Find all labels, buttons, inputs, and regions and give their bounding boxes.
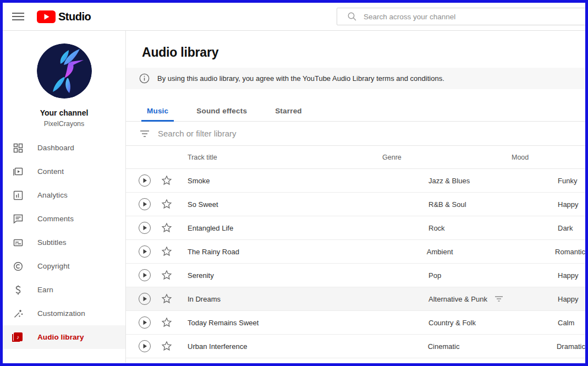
library-filter-bar[interactable] [126, 122, 585, 146]
track-genre: Rock [428, 224, 445, 232]
topbar: Studio [3, 3, 585, 31]
star-button[interactable] [161, 341, 172, 352]
star-button[interactable] [161, 175, 172, 186]
youtube-play-icon [36, 10, 56, 24]
star-button[interactable] [161, 317, 172, 328]
sidebar-item-comments[interactable]: Comments [3, 207, 125, 231]
sidebar-item-audio-library[interactable]: ♪ Audio library [3, 325, 125, 349]
star-button[interactable] [161, 293, 172, 304]
track-mood: Happy [558, 295, 579, 303]
track-title: Smoke [188, 177, 428, 185]
track-mood: Happy [558, 271, 579, 280]
track-mood: Calm [558, 319, 574, 327]
screenshot-frame: Studio [0, 0, 588, 366]
content-icon [13, 167, 24, 177]
sidebar-item-label: Copyright [37, 262, 70, 270]
track-title: Serenity [188, 271, 428, 280]
tab-music[interactable]: Music [141, 102, 174, 121]
sidebar-item-label: Subtitles [37, 238, 67, 247]
track-title: The Rainy Road [188, 248, 427, 256]
sidebar-nav: Dashboard Content [3, 136, 125, 349]
track-mood: Funky [558, 177, 577, 185]
sidebar-item-customization[interactable]: Customization [3, 302, 125, 325]
library-tabs: Music Sound effects Starred [126, 102, 585, 122]
youtube-studio-logo[interactable]: Studio [36, 10, 91, 24]
table-header: Track title Genre Mood [126, 146, 585, 169]
play-button[interactable] [139, 340, 151, 352]
track-genre: Ambient [427, 248, 453, 256]
tab-sound-effects[interactable]: Sound effects [191, 102, 252, 121]
tab-starred[interactable]: Starred [270, 102, 307, 121]
table-row[interactable]: Entangled Life Rock Dark [126, 216, 585, 240]
subtitles-icon [13, 238, 24, 248]
play-button[interactable] [139, 293, 151, 305]
play-button[interactable] [139, 269, 151, 281]
play-button[interactable] [139, 245, 151, 258]
channel-label: Your channel [3, 108, 125, 117]
filter-icon [140, 130, 150, 138]
table-row[interactable]: So Sweet R&B & Soul Happy [126, 193, 585, 216]
sidebar-item-label: Customization [37, 309, 85, 318]
channel-section: Your channel PixelCrayons [3, 31, 125, 128]
sidebar-item-content[interactable]: Content [3, 160, 125, 183]
sidebar-item-label: Dashboard [37, 144, 74, 152]
page-title: Audio library [126, 31, 585, 60]
sidebar-item-label: Analytics [37, 191, 68, 199]
dashboard-icon [13, 143, 24, 153]
play-button[interactable] [139, 222, 151, 234]
play-button[interactable] [139, 174, 151, 187]
table-row[interactable]: Serenity Pop Happy [126, 264, 585, 287]
star-button[interactable] [161, 222, 172, 233]
play-button[interactable] [139, 316, 151, 329]
terms-banner: By using this audio library, you agree w… [126, 68, 585, 89]
star-button[interactable] [161, 199, 172, 210]
sidebar-item-label: Comments [37, 215, 74, 223]
audio-library-icon: ♪ [13, 332, 24, 342]
info-icon [139, 73, 150, 84]
sidebar-item-label: Earn [37, 286, 53, 294]
row-filter-icon[interactable] [494, 296, 503, 302]
sidebar: Your channel PixelCrayons Dashboard [3, 31, 126, 363]
track-genre: Pop [428, 271, 441, 280]
table-row[interactable]: The Rainy Road Ambient Romantic [126, 240, 585, 264]
star-button[interactable] [161, 246, 172, 257]
track-mood: Romantic [555, 248, 585, 256]
sidebar-item-label: Audio library [37, 333, 84, 341]
sidebar-item-dashboard[interactable]: Dashboard [3, 136, 125, 160]
copyright-icon [13, 261, 24, 271]
track-genre: Jazz & Blues [428, 177, 470, 185]
track-title: So Sweet [188, 200, 428, 209]
channel-search-box[interactable] [337, 8, 588, 25]
column-header-genre: Genre [382, 154, 512, 161]
channel-avatar[interactable] [37, 43, 92, 99]
hamburger-menu-icon[interactable] [12, 10, 24, 23]
sidebar-item-subtitles[interactable]: Subtitles [3, 231, 125, 254]
track-title: In Dreams [188, 295, 428, 303]
star-button[interactable] [161, 270, 172, 281]
track-title: Today Remains Sweet [188, 319, 428, 327]
column-header-mood: Mood [512, 154, 529, 161]
track-mood: Dark [558, 224, 573, 232]
sidebar-item-analytics[interactable]: Analytics [3, 183, 125, 207]
channel-name: PixelCrayons [3, 120, 125, 128]
table-row[interactable]: Urban Interference Cinematic Dramatic [126, 335, 585, 358]
hummingbird-logo [37, 43, 92, 99]
table-row[interactable]: Smoke Jazz & Blues Funky [126, 169, 585, 193]
library-filter-input[interactable] [158, 129, 585, 138]
play-button[interactable] [139, 198, 151, 210]
track-genre: R&B & Soul [428, 200, 466, 209]
sidebar-item-earn[interactable]: Earn [3, 278, 125, 302]
track-mood: Happy [558, 200, 579, 209]
table-row-highlighted[interactable]: In Dreams Alternative & Punk Happy [126, 287, 585, 311]
track-genre: Cinematic [428, 342, 460, 351]
sidebar-item-label: Content [37, 167, 64, 176]
analytics-icon [13, 190, 24, 200]
brand-text: Studio [58, 10, 91, 23]
track-mood: Dramatic [557, 342, 585, 351]
sidebar-item-copyright[interactable]: Copyright [3, 254, 125, 278]
channel-search-input[interactable] [364, 13, 588, 21]
earn-icon [13, 285, 24, 295]
table-row[interactable]: Today Remains Sweet Country & Folk Calm [126, 311, 585, 335]
comments-icon [13, 214, 24, 224]
track-genre: Country & Folk [428, 319, 476, 327]
